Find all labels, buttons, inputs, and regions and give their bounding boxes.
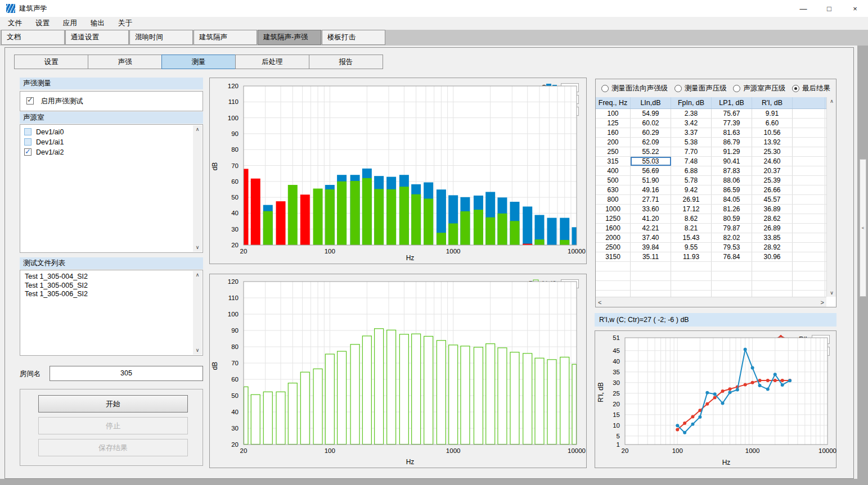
table-cell[interactable]: 39.84 [631, 243, 671, 252]
table-cell[interactable]: 42.21 [631, 224, 671, 233]
channel-checkbox[interactable]: ✓ [24, 148, 32, 156]
menu-settings[interactable]: 设置 [29, 17, 56, 30]
table-cell[interactable] [793, 109, 825, 118]
table-cell[interactable]: 55.03 [631, 157, 671, 166]
table-cell[interactable]: 100 [596, 109, 631, 118]
table-cell[interactable]: 36.89 [752, 205, 793, 214]
radio-normal-intensity-level[interactable]: 测量面法向声强级 [601, 84, 668, 93]
table-cell[interactable]: 9.42 [671, 185, 712, 194]
room-name-input[interactable]: 305 [50, 366, 203, 381]
table-cell[interactable] [793, 185, 825, 194]
table-cell[interactable]: 3.37 [671, 128, 712, 137]
table-cell[interactable]: 88.06 [712, 176, 752, 185]
scroll-up-icon[interactable]: ∧ [193, 271, 202, 279]
table-cell[interactable]: 30.96 [752, 252, 793, 261]
table-cell[interactable]: 25.30 [752, 147, 793, 156]
table-cell[interactable] [671, 291, 712, 297]
table-cell[interactable] [793, 271, 825, 280]
table-cell[interactable]: 37.40 [631, 233, 671, 242]
table-cell[interactable]: 5.38 [671, 138, 712, 147]
table-cell[interactable] [712, 262, 752, 271]
table-cell[interactable]: 86.59 [712, 185, 752, 194]
table-cell[interactable] [793, 243, 825, 252]
table-cell[interactable] [793, 214, 825, 223]
table-cell[interactable] [596, 281, 631, 290]
table-cell[interactable] [671, 281, 712, 290]
table-cell[interactable]: 81.26 [712, 205, 752, 214]
table-cell[interactable]: 81.63 [712, 128, 752, 137]
table-cell[interactable]: 55.22 [631, 147, 671, 156]
table-cell[interactable]: 7.70 [671, 147, 712, 156]
table-cell[interactable] [793, 291, 825, 297]
table-cell[interactable]: 3150 [596, 252, 631, 261]
table-cell[interactable]: 11.93 [671, 252, 712, 261]
list-item[interactable]: Test 1_305-004_SI2 [20, 273, 203, 282]
table-cell[interactable]: 15.43 [671, 233, 712, 242]
table-cell[interactable]: 82.02 [712, 233, 752, 242]
scroll-up-icon[interactable]: ∧ [193, 125, 202, 134]
table-cell[interactable]: 315 [596, 157, 631, 166]
table-cell[interactable]: 500 [596, 176, 631, 185]
table-cell[interactable] [631, 291, 671, 297]
table-cell[interactable]: 26.89 [752, 224, 793, 233]
table-cell[interactable]: 86.79 [712, 138, 752, 147]
table-cell[interactable]: 6.88 [671, 166, 712, 175]
tab-document[interactable]: 文档 [1, 30, 65, 45]
subtab-intensity[interactable]: 声强 [88, 55, 162, 69]
table-cell[interactable]: 26.91 [671, 195, 712, 204]
table-cell[interactable]: 2.38 [671, 109, 712, 118]
channel-checkbox[interactable] [24, 128, 32, 135]
table-cell[interactable]: 49.16 [631, 185, 671, 194]
table-cell[interactable]: 80.59 [712, 214, 752, 223]
enable-intensity-checkbox[interactable]: ✓ [26, 97, 34, 105]
menu-apply[interactable]: 应用 [56, 17, 84, 30]
save-results-button[interactable]: 保存结果 [38, 439, 188, 456]
table-cell[interactable] [631, 271, 671, 280]
table-cell[interactable]: 33.85 [752, 233, 793, 242]
table-cell[interactable]: 27.71 [631, 195, 671, 204]
stop-button[interactable]: 停止 [38, 417, 188, 434]
table-cell[interactable]: 2500 [596, 243, 631, 252]
subtab-measurement[interactable]: 测量 [161, 55, 236, 69]
table-cell[interactable] [793, 262, 825, 271]
radio-icon[interactable] [792, 85, 799, 92]
table-cell[interactable] [793, 128, 825, 137]
table-cell[interactable] [793, 157, 825, 166]
scroll-right-icon[interactable]: > [821, 299, 824, 306]
table-cell[interactable] [793, 138, 825, 147]
table-cell[interactable] [596, 262, 631, 271]
table-cell[interactable] [596, 291, 631, 297]
minimize-button[interactable]: — [790, 0, 816, 17]
table-cell[interactable]: 91.29 [712, 147, 752, 156]
subtab-report[interactable]: 报告 [309, 55, 383, 69]
table-cell[interactable] [712, 291, 752, 297]
table-cell[interactable]: 45.57 [752, 195, 793, 204]
table-cell[interactable] [752, 262, 793, 271]
table-cell[interactable]: 200 [596, 138, 631, 147]
radio-icon[interactable] [733, 85, 740, 92]
table-cell[interactable]: 17.12 [671, 205, 712, 214]
table-cell[interactable] [793, 119, 825, 128]
table-cell[interactable]: 75.67 [712, 109, 752, 118]
table-cell[interactable]: 10.56 [752, 128, 793, 137]
table-cell[interactable]: 26.66 [752, 185, 793, 194]
table-cell[interactable] [752, 281, 793, 290]
tab-channel-settings[interactable]: 通道设置 [65, 30, 129, 45]
tab-reverberation-time[interactable]: 混响时间 [129, 30, 193, 45]
table-cell[interactable]: 54.99 [631, 109, 671, 118]
table-cell[interactable]: 60.02 [631, 119, 671, 128]
tab-building-insulation[interactable]: 建筑隔声 [194, 30, 257, 45]
table-cell[interactable] [712, 281, 752, 290]
table-vertical-scrollbar[interactable]: ∧ ∨ [826, 97, 836, 297]
subtab-postprocessing[interactable]: 后处理 [235, 55, 309, 69]
table-cell[interactable]: 13.92 [752, 138, 793, 147]
channel-item[interactable]: ✓Dev1/ai2 [20, 147, 203, 157]
scroll-down-icon[interactable]: ∨ [193, 243, 202, 252]
table-cell[interactable] [671, 262, 712, 271]
table-cell[interactable] [793, 281, 825, 290]
table-cell[interactable]: 8.21 [671, 224, 712, 233]
close-button[interactable]: × [842, 0, 868, 17]
radio-final-result[interactable]: 最后结果 [792, 84, 830, 93]
radio-surface-spl[interactable]: 测量面声压级 [674, 84, 727, 93]
table-cell[interactable] [793, 224, 825, 233]
